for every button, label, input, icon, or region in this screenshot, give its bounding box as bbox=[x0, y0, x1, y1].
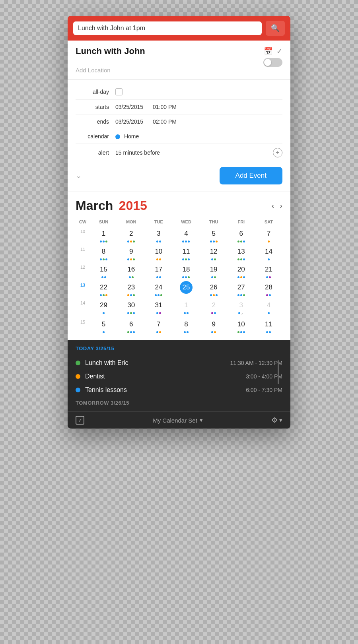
end-date[interactable]: 03/25/2015 bbox=[115, 118, 143, 125]
calendar-day-13-w1[interactable]: 13 bbox=[228, 244, 255, 262]
calendar-day-19-w2[interactable]: 19 bbox=[200, 262, 228, 279]
calendar-day-20-w2[interactable]: 20 bbox=[228, 262, 255, 279]
calendar-day-4-w0[interactable]: 4 bbox=[172, 227, 200, 244]
calendar-day-21-w2[interactable]: 21 bbox=[255, 262, 282, 279]
calendar-day-2-w4[interactable]: 2 bbox=[200, 298, 228, 316]
calendar-day-8-w5[interactable]: 8 bbox=[172, 317, 200, 334]
calendar-day-6-w0[interactable]: 6 bbox=[228, 227, 255, 244]
prev-month-button[interactable]: ‹ bbox=[272, 201, 274, 210]
toolbar-right[interactable]: ⚙ ▾ bbox=[271, 416, 282, 425]
start-time[interactable]: 01:00 PM bbox=[153, 104, 177, 110]
calendar-day-27-w3[interactable]: 27 bbox=[228, 280, 255, 297]
day-number: 18 bbox=[180, 263, 193, 276]
orange-dot bbox=[214, 331, 216, 333]
alert-add-button[interactable]: + bbox=[273, 148, 282, 157]
green-dot bbox=[214, 258, 216, 260]
end-time[interactable]: 02:00 PM bbox=[153, 118, 177, 125]
calendar-week-1: 101234567 bbox=[76, 227, 282, 244]
calendar-day-15-w2[interactable]: 15 bbox=[90, 262, 117, 279]
next-month-button[interactable]: › bbox=[280, 201, 282, 210]
today-date-header: TODAY 3/25/15 bbox=[76, 345, 282, 351]
calendar-day-29-w4[interactable]: 29 bbox=[90, 298, 117, 316]
calendar-day-2-w0[interactable]: 2 bbox=[117, 227, 145, 244]
start-date[interactable]: 03/25/2015 bbox=[115, 104, 143, 110]
calendar-day-11-w5[interactable]: 11 bbox=[255, 317, 282, 334]
day-dots bbox=[156, 241, 161, 243]
add-event-button[interactable]: Add Event bbox=[220, 167, 282, 184]
calendar-week-6: 15567891011 bbox=[76, 317, 282, 334]
calendar-day-17-w2[interactable]: 17 bbox=[145, 262, 172, 279]
calendar-row: calendar Home bbox=[76, 129, 282, 144]
event-location[interactable]: Add Location bbox=[76, 67, 282, 74]
green-dot bbox=[133, 294, 135, 296]
day-dots bbox=[155, 294, 162, 297]
tomorrow-date-header: TOMORROW 3/26/15 bbox=[76, 400, 282, 406]
toolbar-center[interactable]: My Calendar Set ▾ bbox=[153, 417, 203, 424]
blue-dot bbox=[211, 331, 213, 333]
day-number: 6 bbox=[125, 318, 138, 331]
alert-value[interactable]: 15 minutes before bbox=[115, 149, 273, 156]
calendar-day-23-w3[interactable]: 23 bbox=[117, 280, 145, 297]
calendar-icon[interactable]: 📅 bbox=[264, 47, 272, 56]
day-number: 15 bbox=[97, 263, 110, 276]
calendar-day-18-w2[interactable]: 18 bbox=[172, 262, 200, 279]
blue-dot bbox=[156, 276, 158, 278]
day-dots bbox=[268, 258, 270, 261]
calendar-day-3-w0[interactable]: 3 bbox=[145, 227, 172, 244]
calendar-day-24-w3[interactable]: 24 bbox=[145, 280, 172, 297]
day-number: 27 bbox=[235, 281, 247, 294]
search-wrapper[interactable] bbox=[73, 21, 262, 35]
calendar-day-26-w3[interactable]: 26 bbox=[200, 280, 228, 297]
search-button[interactable]: 🔍 bbox=[266, 21, 285, 36]
calendar-day-8-w1[interactable]: 8 bbox=[90, 244, 117, 262]
calendar-day-12-w1[interactable]: 12 bbox=[200, 244, 228, 262]
blue-dot bbox=[214, 312, 216, 314]
calendar-day-16-w2[interactable]: 16 bbox=[117, 262, 145, 279]
calendar-day-7-w0[interactable]: 7 bbox=[255, 227, 282, 244]
calendar-day-9-w1[interactable]: 9 bbox=[117, 244, 145, 262]
blue-dot bbox=[240, 331, 242, 333]
blue-dot bbox=[100, 258, 102, 260]
gear-icon[interactable]: ⚙ bbox=[271, 416, 278, 425]
event-item[interactable]: Tennis lessons6:00 - 7:30 PM bbox=[76, 383, 282, 397]
calendar-day-10-w1[interactable]: 10 bbox=[145, 244, 172, 262]
day-number: 6 bbox=[235, 227, 247, 240]
calendar-day-9-w5[interactable]: 9 bbox=[200, 317, 228, 334]
calendar-day-30-w4[interactable]: 30 bbox=[117, 298, 145, 316]
toolbar-checkbox[interactable]: ✓ bbox=[76, 416, 84, 425]
calendar-day-14-w1[interactable]: 14 bbox=[255, 244, 282, 262]
expand-icon[interactable]: ⌄ bbox=[76, 171, 82, 180]
orange-dot bbox=[159, 258, 161, 260]
calendar-day-28-w3[interactable]: 28 bbox=[255, 280, 282, 297]
calendar-day-25-w3[interactable]: 25 bbox=[172, 280, 200, 297]
calendar-day-31-w4[interactable]: 31 bbox=[145, 298, 172, 316]
search-input[interactable] bbox=[78, 25, 257, 32]
all-day-checkbox[interactable] bbox=[115, 88, 123, 95]
calendar-day-10-w5[interactable]: 10 bbox=[228, 317, 255, 334]
blue-dot bbox=[266, 331, 268, 333]
toggle-switch[interactable] bbox=[263, 58, 282, 67]
calendar-day-5-w0[interactable]: 5 bbox=[200, 227, 228, 244]
confirm-icon[interactable]: ✓ bbox=[276, 47, 282, 56]
calendar-day-6-w5[interactable]: 6 bbox=[117, 317, 145, 334]
calendar-day-1-w4[interactable]: 1 bbox=[172, 298, 200, 316]
blue-dot bbox=[211, 258, 213, 260]
calendar-day-1-w0[interactable]: 1 bbox=[90, 227, 117, 244]
day-number: 13 bbox=[235, 245, 247, 258]
blue-dot bbox=[130, 331, 132, 333]
calendar-day-11-w1[interactable]: 11 bbox=[172, 244, 200, 262]
day-number: 9 bbox=[125, 245, 138, 258]
blue-dot bbox=[127, 241, 129, 242]
calendar-value[interactable]: Home bbox=[115, 133, 139, 140]
blue-dot bbox=[243, 331, 245, 333]
calendar-day-4-w4[interactable]: 4 bbox=[255, 298, 282, 316]
event-item[interactable]: Dentist3:00 - 4:00 PM bbox=[76, 370, 282, 383]
calendar-day-5-w5[interactable]: 5 bbox=[90, 317, 117, 334]
day-dots bbox=[182, 276, 190, 279]
calendar-day-7-w5[interactable]: 7 bbox=[145, 317, 172, 334]
calendar-weekday-headers: CWSUNMONTUEWEDTHUFRISAT bbox=[76, 219, 282, 225]
event-item[interactable]: Lunch with Eric11:30 AM - 12:30 PM bbox=[76, 356, 282, 370]
calendar-day-22-w3[interactable]: 22 bbox=[90, 280, 117, 297]
day-number: 4 bbox=[180, 227, 193, 240]
calendar-day-3-w4[interactable]: 3✓ bbox=[228, 298, 255, 316]
